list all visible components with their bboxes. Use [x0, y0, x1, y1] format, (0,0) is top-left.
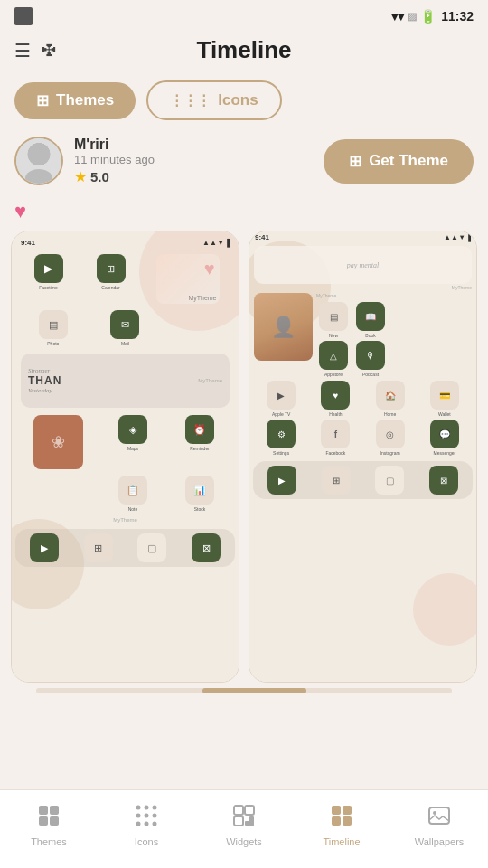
- widget-banner-inner: Stronger THAN Yesterday MyTheme: [21, 354, 230, 408]
- app-icon-photo: ▤: [39, 310, 68, 339]
- app-wallet: 💳 Wallet: [427, 381, 462, 417]
- app-mytheme-1: ♥ MyTheme: [156, 254, 220, 304]
- battery-icon: 🔋: [420, 9, 436, 24]
- heart-icon[interactable]: ♥: [14, 200, 26, 222]
- svg-point-11: [145, 822, 149, 826]
- svg-point-4: [136, 806, 141, 810]
- nav-widgets-icon: [232, 804, 256, 833]
- nav-themes[interactable]: Themes: [0, 790, 98, 868]
- app-icon-maps: ◈: [118, 415, 147, 444]
- app-label-book: Book: [365, 333, 375, 338]
- app-icon-new: ▤: [319, 302, 348, 331]
- app-label-appstore: Appstore: [324, 372, 343, 377]
- nav-icons-icon: [135, 804, 158, 833]
- svg-point-10: [136, 822, 141, 826]
- phone-screen-left: 9:41 ▲▲ ▾ ▐ ▶ Facetime ⊞ Calendar ♥ MyT: [12, 231, 239, 682]
- widget-text-bottom: Yesterday: [28, 387, 61, 394]
- app-icon-facetime: ▶: [34, 254, 63, 283]
- dock-right-1: ▶: [265, 466, 299, 495]
- dock-right-icon-3: ▢: [375, 466, 404, 495]
- nav-timeline-label: Timeline: [323, 836, 360, 847]
- phone-mockup-left: 9:41 ▲▲ ▾ ▐ ▶ Facetime ⊞ Calendar ♥ MyT: [11, 231, 239, 683]
- svg-rect-17: [245, 821, 254, 826]
- time-ago: 11 minutes ago: [74, 153, 155, 166]
- app-reminder: ⏰ Reminder: [183, 415, 217, 469]
- app-icon-podcast: 🎙: [356, 341, 385, 370]
- nav-wallpapers-label: Wallpapers: [415, 836, 465, 847]
- scroll-hint: [36, 688, 452, 693]
- dock-right-icon-4: ⊠: [429, 466, 458, 495]
- widget-text: Stronger THAN Yesterday: [28, 367, 61, 394]
- app-label-wallet: Wallet: [438, 411, 451, 417]
- widget-banner: Stronger THAN Yesterday MyTheme: [21, 354, 230, 408]
- nav-icons[interactable]: Icons: [98, 790, 195, 868]
- app-pad: [180, 310, 214, 346]
- app-label-calendar: Calendar: [101, 285, 119, 290]
- nav-widgets[interactable]: Widgets: [195, 790, 293, 868]
- nav-wallpapers[interactable]: Wallpapers: [390, 790, 488, 868]
- app-appstore: △ Appstore: [316, 341, 351, 377]
- nav-icons-label: Icons: [135, 836, 158, 847]
- app-pad-icon: [180, 310, 214, 339]
- nav-widgets-label: Widgets: [226, 836, 262, 847]
- app-icon-health: ♥: [321, 381, 350, 410]
- svg-rect-14: [245, 806, 254, 815]
- app-row-tv: ▶ Apple TV ♥ Health 🏠 Home 💳 Wallet: [252, 381, 474, 417]
- app-row-1: ▶ Facetime ⊞ Calendar ♥ MyTheme: [15, 254, 235, 304]
- bottom-nav: Themes Icons: [0, 789, 488, 868]
- phone-right-icons: ▲▲ ▾ ▐: [444, 233, 471, 241]
- widget-brown: ❀: [33, 415, 83, 469]
- dock-icon-3: ▢: [137, 533, 166, 562]
- widget-text-top: Stronger: [28, 367, 61, 374]
- filter-icon[interactable]: ⧾: [42, 41, 58, 60]
- icons-tab-label: Icons: [218, 91, 258, 109]
- app-instagram: ◎ Instagram: [373, 420, 408, 456]
- dock-right-icon-1: ▶: [267, 466, 296, 495]
- widget-quote: pay mental: [254, 246, 472, 284]
- app-label-home: Home: [384, 411, 396, 417]
- get-theme-button[interactable]: ⊞ Get Theme: [324, 139, 474, 184]
- app-icon-mail: ✉: [110, 310, 139, 339]
- get-theme-icon: ⊞: [349, 152, 361, 171]
- tab-icons[interactable]: ⋮⋮⋮ Icons: [146, 80, 281, 120]
- nav-timeline[interactable]: Timeline: [293, 790, 390, 868]
- hamburger-icon[interactable]: ☰: [14, 40, 31, 61]
- svg-rect-22: [429, 807, 449, 824]
- app-label-note: Note: [128, 506, 138, 512]
- app-stock: 📊 Stock: [183, 476, 217, 512]
- header: ☰ ⧾ Timeline: [0, 29, 488, 71]
- tab-themes[interactable]: ⊞ Themes: [14, 82, 136, 119]
- app-label-photo: Photo: [47, 341, 59, 346]
- middle-section: 👤 MyTheme ▤ New 📖 Book: [249, 293, 476, 377]
- dock-right-3: ▢: [372, 466, 407, 495]
- dock-item-4: ⊠: [189, 533, 223, 562]
- app-label-facebook: Facebook: [325, 450, 345, 456]
- avatar: [14, 137, 63, 185]
- app-icon-calendar: ⊞: [97, 254, 126, 283]
- dock-item-2: ⊞: [81, 533, 116, 562]
- svg-point-12: [153, 822, 157, 826]
- wifi-icon: ▾▾: [391, 9, 404, 24]
- app-row-4: 📋 Note 📊 Stock: [15, 476, 235, 512]
- phone-screen-right: 9:41 ▲▲ ▾ ▐ pay mental MyTheme 👤 MyTheme: [249, 231, 476, 682]
- app-icon-reminder: ⏰: [185, 415, 214, 444]
- app-label-messenger: Messenger: [434, 450, 456, 456]
- status-bar: ▾▾ ▨ 🔋 11:32: [0, 0, 488, 29]
- get-theme-label: Get Theme: [369, 152, 448, 170]
- svg-rect-15: [234, 816, 243, 826]
- signal-icon: ▨: [408, 11, 417, 23]
- scroll-thumb: [202, 688, 306, 693]
- svg-rect-1: [50, 806, 59, 815]
- svg-point-7: [136, 814, 141, 818]
- svg-point-8: [145, 814, 149, 818]
- dock-right-icon-2: ⊞: [322, 466, 351, 495]
- phone-mockup-right: 9:41 ▲▲ ▾ ▐ pay mental MyTheme 👤 MyTheme: [249, 231, 477, 683]
- status-right: ▾▾ ▨ 🔋 11:32: [391, 9, 474, 24]
- app-label-reminder: Reminder: [190, 446, 210, 451]
- svg-rect-2: [39, 816, 48, 826]
- svg-rect-21: [343, 816, 352, 826]
- svg-rect-0: [39, 806, 48, 815]
- app-row-settings: ⚙ Settings f Facebook ◎ Instagram 💬 Mess…: [252, 420, 474, 456]
- svg-rect-19: [343, 806, 352, 815]
- app-calendar: ⊞ Calendar: [94, 254, 128, 304]
